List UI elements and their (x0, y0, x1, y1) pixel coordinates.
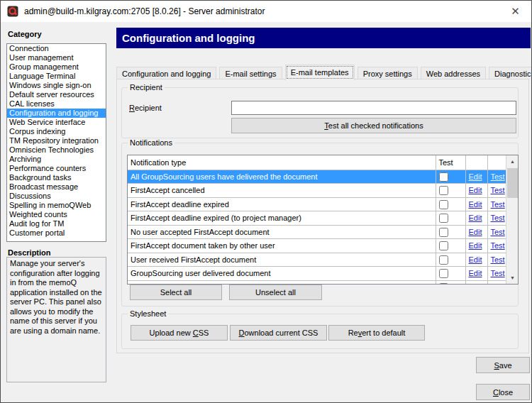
notification-table-row[interactable]: FirstAccept deadline expired Edit Test (128, 197, 506, 211)
notifications-table: Notification type Test All GroupSourcing… (127, 155, 519, 285)
stylesheet-group-label: Stylesheet (128, 309, 168, 318)
sidebar-category-item[interactable]: Connection (7, 44, 106, 53)
edit-link[interactable]: Edit (469, 214, 482, 222)
edit-link[interactable]: Edit (469, 255, 482, 264)
scrollbar-thumb[interactable] (507, 168, 518, 198)
unselect-all-button[interactable]: Unselect all (229, 285, 322, 300)
sidebar-category-item[interactable]: Spelling in memoQWeb (7, 201, 106, 210)
test-link[interactable]: Test (491, 214, 505, 222)
edit-link[interactable]: Edit (469, 200, 482, 209)
test-checkbox[interactable] (439, 255, 448, 265)
edit-link[interactable]: Edit (469, 269, 482, 277)
test-link[interactable]: Test (491, 269, 505, 277)
download-current-css-button[interactable]: Download current CSS (230, 325, 327, 341)
title-bar: admin@build-m.kilgray.com:2705 [8.0.26] … (1, 1, 531, 22)
sidebar-category-item[interactable]: Customer portal (7, 228, 106, 238)
page-title: Configuration and logging (116, 28, 531, 48)
test-checkbox[interactable] (439, 200, 448, 209)
column-header-edit (465, 155, 487, 170)
scroll-up-icon[interactable]: ▲ (506, 155, 519, 167)
notification-type-cell: User received FirstAccept document (128, 253, 436, 267)
sidebar-category-item[interactable]: Omniscien Technologies (7, 145, 106, 155)
test-link[interactable]: Test (491, 200, 505, 209)
notification-table-row[interactable]: FirstAccept document taken by other user… (128, 239, 506, 253)
test-checkbox[interactable] (439, 283, 448, 285)
edit-link[interactable]: Edit (469, 228, 482, 236)
test-checkbox[interactable] (439, 214, 448, 223)
notification-table-row[interactable]: User received FirstAccept document Edit … (128, 253, 506, 267)
category-heading: Category (8, 30, 42, 38)
recipient-group-label: Recipient (128, 83, 165, 92)
description-text: Manage your server's configuration after… (6, 257, 106, 382)
table-vertical-scrollbar[interactable]: ▲ ▼ (506, 155, 518, 284)
sidebar-category-item[interactable]: Performance counters (7, 164, 106, 173)
notification-table-row[interactable]: All GroupSourcing users have delivered t… (128, 170, 506, 184)
column-header-notification-type[interactable]: Notification type (128, 155, 436, 170)
test-link[interactable]: Test (491, 228, 505, 236)
sidebar-category-item[interactable]: TM Repository integration (7, 136, 106, 145)
column-header-test[interactable]: Test (436, 155, 465, 170)
column-header-test-link (487, 155, 506, 170)
save-button[interactable]: Save (476, 357, 530, 373)
notification-type-cell: All GroupSourcing users have delivered t… (128, 170, 436, 184)
window-close-icon[interactable]: ✕ (499, 1, 531, 21)
notification-table-row[interactable]: FirstAccept cancelled Edit Test (128, 184, 506, 198)
tab-strip: Configuration and logging E-mail setting… (116, 65, 532, 79)
test-link[interactable]: Test (491, 255, 505, 264)
sidebar-category-item[interactable]: Group management (7, 62, 106, 72)
sidebar-category-item[interactable]: CAL licenses (7, 99, 106, 109)
edit-link[interactable]: Edit (469, 186, 482, 194)
notification-type-cell: FirstAccept cancelled (128, 184, 436, 198)
test-checkbox[interactable] (439, 228, 448, 237)
notification-type-cell: GroupSourcing user delivered document (128, 267, 436, 281)
notification-table-row[interactable]: FirstAccept deadline expired (to project… (128, 211, 506, 226)
notification-type-cell: No user accepted FirstAccept document (128, 225, 436, 239)
revert-to-default-button[interactable]: Revert to default (328, 325, 425, 341)
category-listbox[interactable]: Connection User management Group managem… (6, 43, 106, 242)
test-link[interactable]: Test (491, 283, 505, 285)
notification-type-cell: FirstAccept deadline expired (to project… (128, 211, 436, 226)
sidebar-category-item[interactable]: Language Terminal (7, 72, 106, 81)
test-checkbox[interactable] (439, 241, 448, 250)
server-administrator-window: admin@build-m.kilgray.com:2705 [8.0.26] … (0, 0, 532, 403)
notification-table-row[interactable]: No user accepted FirstAccept document Ed… (128, 225, 506, 239)
edit-link[interactable]: Edit (469, 172, 482, 181)
sidebar-category-item[interactable]: Configuration and logging (7, 109, 106, 118)
test-link[interactable]: Test (491, 172, 505, 181)
notification-type-cell: FirstAccept deadline expired (128, 197, 436, 211)
test-checkbox[interactable] (439, 172, 448, 182)
sidebar-category-item[interactable]: Weighted counts (7, 210, 106, 219)
sidebar-category-item[interactable]: Archiving (7, 155, 106, 164)
table-header-row: Notification type Test (128, 155, 506, 170)
sidebar-category-item[interactable]: Background tasks (7, 173, 106, 182)
sidebar-category-item[interactable]: Windows single sign-on (7, 81, 106, 90)
sidebar-category-item[interactable]: Web Service interface (7, 118, 106, 127)
notification-type-cell: FirstAccept document taken by other user (128, 239, 436, 253)
description-heading: Description (8, 248, 51, 257)
sidebar-category-item[interactable]: Default server resources (7, 90, 106, 99)
upload-new-css-button[interactable]: Upload new CSS (131, 325, 228, 341)
test-checkbox[interactable] (439, 186, 448, 195)
sidebar-category-item[interactable]: Audit log for TM (7, 219, 106, 228)
recipient-input[interactable] (231, 101, 516, 115)
notifications-table-body: All GroupSourcing users have delivered t… (128, 170, 506, 285)
test-all-notifications-button[interactable]: Test all checked notifications (231, 118, 516, 133)
sidebar-category-item[interactable]: Broadcast message (7, 182, 106, 192)
window-title: admin@build-m.kilgray.com:2705 [8.0.26] … (24, 1, 265, 22)
tab-e-mail-templates[interactable]: E-mail templates (285, 65, 355, 80)
test-link[interactable]: Test (491, 186, 505, 194)
close-button[interactable]: Close (476, 384, 530, 400)
recipient-field-label: Recipient (129, 104, 162, 112)
sidebar-category-item[interactable]: Corpus indexing (7, 127, 106, 136)
test-link[interactable]: Test (491, 241, 505, 250)
select-all-button[interactable]: Select all (130, 285, 222, 300)
notification-table-row[interactable]: GroupSourcing user delivered document Ed… (128, 267, 506, 281)
edit-link[interactable]: Edit (469, 241, 482, 250)
notifications-group-label: Notifications (128, 138, 174, 147)
edit-link[interactable]: Edit (469, 283, 482, 285)
scroll-down-icon[interactable]: ▼ (506, 272, 519, 284)
sidebar-category-item[interactable]: Discussions (7, 192, 106, 201)
test-checkbox[interactable] (439, 269, 448, 278)
sidebar-category-item[interactable]: User management (7, 53, 106, 62)
memoq-app-icon (7, 6, 18, 17)
